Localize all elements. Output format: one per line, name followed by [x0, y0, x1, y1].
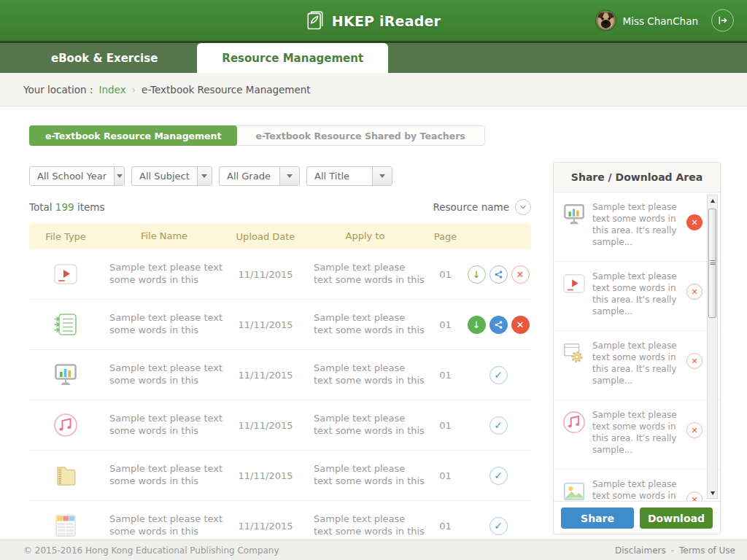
- apply-to: Sample text please text some words in th…: [305, 463, 425, 488]
- apply-to: Sample text please text some words in th…: [305, 262, 425, 287]
- selected-check-button[interactable]: ✓: [489, 517, 508, 535]
- page-number: 01: [425, 420, 465, 431]
- title-select[interactable]: All Title: [306, 166, 392, 186]
- remove-item-button[interactable]: ✕: [686, 353, 703, 369]
- logout-button[interactable]: [711, 9, 734, 32]
- share-button[interactable]: [489, 316, 508, 334]
- items-count: 199: [55, 201, 74, 213]
- selected-check-button[interactable]: ✓: [489, 467, 508, 485]
- breadcrumb-separator: ›: [132, 84, 136, 96]
- apply-to: Sample text please text some words in th…: [305, 513, 425, 538]
- list-item: Sample text please text some words in th…: [554, 400, 720, 470]
- subject-select[interactable]: All Subject: [131, 166, 212, 186]
- apply-to: Sample text please text some words in th…: [305, 362, 425, 387]
- page-number: 01: [425, 470, 465, 481]
- sort-label: Resource name: [433, 201, 510, 213]
- share-button[interactable]: [489, 265, 508, 284]
- share-icon: [494, 270, 503, 279]
- user-avatar[interactable]: [596, 11, 616, 31]
- app-header: HKEP iReader Miss ChanChan: [0, 0, 747, 41]
- tab-resource-management[interactable]: Resource Management: [197, 43, 388, 73]
- tab-etextbook-resource-shared-by-teachers[interactable]: e-Textbook Resource Shared by Teachers: [231, 125, 484, 146]
- delete-button[interactable]: ✕: [511, 316, 530, 334]
- chevron-down-icon: [372, 167, 392, 185]
- column-header-page: Page: [425, 231, 465, 242]
- book-leaf-logo-icon: [306, 10, 325, 31]
- panel-actions: Share Download: [554, 501, 720, 534]
- presentation-file-icon: [562, 203, 586, 226]
- page-number: 01: [425, 319, 465, 330]
- scroll-down-button[interactable]: [708, 488, 717, 498]
- upload-date: 11/11/2015: [226, 470, 305, 481]
- worksheet-file-icon: [53, 312, 78, 337]
- sort-dropdown[interactable]: Resource name: [433, 199, 532, 215]
- delete-button[interactable]: ✕: [511, 265, 530, 284]
- total-items-count: Total 199 items: [29, 201, 104, 213]
- upload-date: 11/11/2015: [226, 521, 305, 532]
- scroll-up-button[interactable]: [708, 195, 717, 206]
- item-text: Sample text please text some words in th…: [592, 340, 682, 386]
- download-button[interactable]: ↓: [468, 265, 486, 284]
- content-area: e-Textbook Resource Management e-Textboo…: [0, 106, 747, 540]
- remove-item-button[interactable]: ✕: [686, 491, 703, 501]
- remove-item-button[interactable]: ✕: [686, 214, 703, 230]
- apply-to: Sample text please text some words in th…: [305, 312, 425, 337]
- notebook-file-icon: [53, 463, 78, 488]
- grade-select[interactable]: All Grade: [219, 166, 300, 186]
- list-item: Sample text please text some words in th…: [554, 470, 720, 501]
- table-row: Sample text please text some words in th…: [29, 400, 531, 451]
- chevron-down-icon: [515, 199, 531, 215]
- table-row: Sample text please text some words in th…: [29, 501, 531, 540]
- scrollbar-thumb[interactable]: [708, 209, 716, 318]
- list-item: Sample text please text some words in th…: [554, 331, 720, 400]
- breadcrumb-index-link[interactable]: Index: [99, 84, 126, 96]
- title-value: All Title: [307, 171, 372, 182]
- app-logo: HKEP iReader: [306, 10, 441, 31]
- apply-to: Sample text please text some words in th…: [305, 413, 425, 438]
- column-header-file-name: File Name: [102, 230, 226, 243]
- share-button[interactable]: Share: [561, 508, 634, 529]
- main-nav: eBook & Exercise Resource Management: [0, 41, 747, 73]
- chevron-down-icon: [279, 167, 299, 185]
- video-file-icon: [53, 262, 78, 287]
- file-name: Sample text please text some words in th…: [102, 413, 226, 438]
- upload-date: 11/11/2015: [226, 319, 305, 330]
- tab-ebook-exercise[interactable]: eBook & Exercise: [32, 43, 177, 73]
- selected-check-button[interactable]: ✓: [489, 366, 508, 384]
- breadcrumb-current: e-Textbook Resource Management: [142, 84, 311, 96]
- remove-item-button[interactable]: ✕: [686, 284, 703, 300]
- file-name: Sample text please text some words in th…: [102, 463, 226, 488]
- disclaimers-link[interactable]: Disclaimers: [615, 545, 666, 556]
- terms-of-use-link[interactable]: Terms of Use: [679, 545, 735, 556]
- copyright-text: © 2015-2016 Hong Kong Educational Publis…: [23, 545, 279, 556]
- column-header-file-type: File Type: [29, 231, 102, 242]
- page-number: 01: [425, 370, 465, 381]
- remove-item-button[interactable]: ✕: [686, 422, 703, 438]
- tab-etextbook-resource-management[interactable]: e-Textbook Resource Management: [29, 125, 237, 146]
- school-year-select[interactable]: All School Year: [29, 166, 125, 186]
- audio-file-icon: [53, 413, 78, 438]
- filter-bar: All School Year All Subject All Grade Al…: [29, 166, 531, 186]
- selected-check-button[interactable]: ✓: [489, 416, 508, 435]
- panel-item-list: Sample text please text some words in th…: [554, 192, 720, 501]
- item-text: Sample text please text some words in th…: [592, 409, 682, 456]
- video-file-icon: [562, 272, 586, 295]
- presentation-file-icon: [53, 362, 78, 387]
- school-year-value: All School Year: [30, 171, 114, 182]
- item-text: Sample text please text some words in th…: [592, 478, 682, 501]
- file-name: Sample text please text some words in th…: [102, 312, 226, 337]
- user-area: Miss ChanChan: [596, 9, 734, 32]
- user-name: Miss ChanChan: [623, 15, 698, 26]
- settings-file-icon: [562, 341, 586, 365]
- panel-scrollbar[interactable]: [707, 195, 718, 499]
- image-file-icon: [562, 480, 586, 501]
- table-header-row: File Type File Name Upload Date Apply to…: [29, 223, 531, 249]
- share-download-panel: Share / Download Area Sample text please…: [553, 162, 721, 534]
- download-button[interactable]: ↓: [468, 316, 486, 334]
- audio-file-icon: [562, 411, 586, 434]
- chevron-down-icon: [197, 167, 212, 185]
- spreadsheet-file-icon: [53, 513, 78, 538]
- download-button[interactable]: Download: [640, 508, 713, 529]
- table-row: Sample text please text some words in th…: [29, 249, 531, 300]
- upload-date: 11/11/2015: [226, 420, 305, 431]
